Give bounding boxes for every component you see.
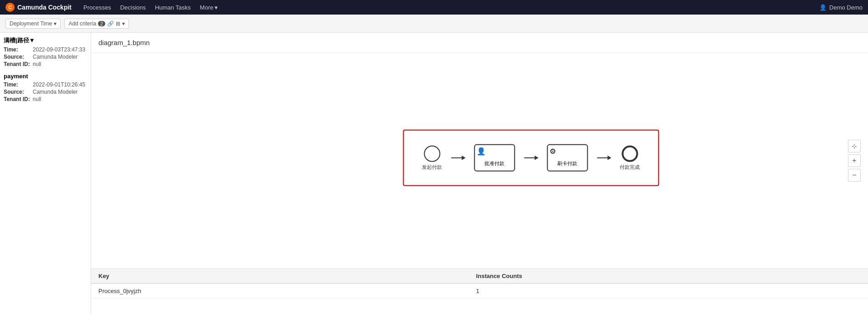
top-navigation: C Camunda Cockpit Processes Decisions Hu…: [0, 0, 868, 15]
chain-icon: 🔗: [107, 20, 114, 27]
sidebar-section-1-title: 满槽|路径▼: [4, 36, 87, 45]
tenant-label-2: Tenant ID:: [4, 96, 30, 102]
add-criteria-button[interactable]: Add criteria 2 🔗 ⊞ ▾: [64, 19, 129, 29]
nav-more-label: More: [200, 4, 214, 11]
toolbar: Deployment Time ▾ Add criteria 2 🔗 ⊞ ▾ ⬇…: [0, 15, 868, 33]
user-label: Demo Demo: [829, 4, 863, 11]
tenant-label-1: Tenant ID:: [4, 61, 30, 67]
deployment-label: Deployment Time: [10, 20, 52, 27]
sidebar-section-1: 满槽|路径▼ Time: 2022-09-03T23:47:33 Source:…: [4, 36, 87, 67]
bpmn-diagram: 发起付款 👤 批准付款: [403, 130, 659, 186]
diagram-canvas[interactable]: 发起付款 👤 批准付款: [91, 53, 868, 268]
sidebar-section-2-title: payment: [4, 73, 87, 80]
chevron-down-icon: ▾: [122, 20, 125, 27]
task-1-label: 批准付款: [484, 160, 504, 167]
source-value-2: Camunda Modeler: [33, 89, 87, 95]
diagram-header: diagram_1.bpmn Version: 1: [91, 33, 868, 53]
bpmn-task-2[interactable]: ⚙ 刷卡付款: [547, 144, 588, 172]
sidebar-meta-2: Time: 2022-09-01T10:26:45 Source: Camund…: [4, 81, 87, 102]
table-header: Key Instance Counts: [91, 269, 868, 284]
table-body: Process_0jvyjzh1: [91, 284, 868, 299]
chevron-down-icon: ▾: [54, 20, 56, 27]
data-table: Key Instance Counts Process_0jvyjzh1: [91, 269, 868, 299]
zoom-in-button[interactable]: +: [848, 154, 861, 167]
zoom-controls: ⊹ + −: [848, 140, 861, 182]
time-value-1: 2022-09-03T23:47:33: [33, 46, 87, 53]
bpmn-task-1[interactable]: 👤 批准付款: [474, 144, 515, 172]
sidebar-meta-1: Time: 2022-09-03T23:47:33 Source: Camund…: [4, 46, 87, 67]
col-key: Key: [91, 269, 469, 284]
add-criteria-label: Add criteria: [68, 20, 96, 27]
end-event-circle: [621, 145, 638, 162]
sequence-flow-1: [451, 157, 465, 158]
sidebar: 满槽|路径▼ Time: 2022-09-03T23:47:33 Source:…: [0, 33, 91, 314]
fit-icon: ⊹: [852, 142, 857, 150]
instance-table: Key Instance Counts Process_0jvyjzh1: [91, 268, 868, 314]
zoom-out-button[interactable]: −: [848, 169, 861, 182]
nav-human-tasks[interactable]: Human Tasks: [150, 0, 195, 15]
deployment-filter[interactable]: Deployment Time ▾: [5, 19, 61, 29]
task-2-icon: ⚙: [550, 147, 556, 156]
chevron-down-icon: ▾: [215, 4, 218, 11]
tenant-value-1: null: [33, 61, 87, 67]
cell-count: 1: [469, 284, 868, 299]
tenant-value-2: null: [33, 96, 87, 102]
brand-icon: C: [5, 3, 15, 12]
zoom-fit-button[interactable]: ⊹: [848, 140, 861, 152]
user-menu: 👤 Demo Demo: [819, 4, 863, 11]
bpmn-end-event[interactable]: 付款完成: [620, 145, 640, 170]
main-container: 满槽|路径▼ Time: 2022-09-03T23:47:33 Source:…: [0, 33, 868, 314]
task-2-label: 刷卡付款: [557, 160, 577, 167]
sequence-flow-2: [524, 157, 538, 158]
source-label-1: Source:: [4, 54, 30, 60]
user-icon: 👤: [819, 4, 827, 11]
source-value-1: Camunda Modeler: [33, 54, 87, 60]
nav-decisions[interactable]: Decisions: [116, 0, 150, 15]
save-filter-icon: ⊞: [116, 20, 120, 27]
time-label-2: Time:: [4, 81, 30, 88]
time-value-2: 2022-09-01T10:26:45: [33, 81, 87, 88]
brand-label: Camunda Cockpit: [17, 4, 72, 11]
bpmn-process-box: 发起付款 👤 批准付款: [403, 130, 659, 186]
main-panel: diagram_1.bpmn Version: 1 发起付款: [91, 33, 868, 314]
table-header-row: Key Instance Counts: [91, 269, 868, 284]
time-label-1: Time:: [4, 46, 30, 53]
filter-count-badge: 2: [98, 21, 105, 26]
bpmn-start-event[interactable]: 发起付款: [422, 145, 442, 170]
task-2-box: ⚙ 刷卡付款: [547, 144, 588, 172]
sequence-flow-3: [597, 157, 611, 158]
source-label-2: Source:: [4, 89, 30, 95]
sidebar-section-2: payment Time: 2022-09-01T10:26:45 Source…: [4, 73, 87, 102]
nav-more-dropdown[interactable]: More ▾: [195, 0, 223, 15]
table-row[interactable]: Process_0jvyjzh1: [91, 284, 868, 299]
minus-icon: −: [852, 171, 856, 179]
col-instance-counts: Instance Counts: [469, 269, 868, 284]
diagram-title: diagram_1.bpmn: [98, 39, 150, 46]
nav-links: Processes Decisions Human Tasks More ▾: [79, 0, 222, 15]
end-event-label: 付款完成: [620, 163, 640, 170]
plus-icon: +: [852, 157, 856, 165]
start-event-circle: [424, 145, 440, 162]
nav-processes[interactable]: Processes: [79, 0, 116, 15]
cell-key: Process_0jvyjzh: [91, 284, 469, 299]
task-1-box: 👤 批准付款: [474, 144, 515, 172]
start-event-label: 发起付款: [422, 163, 442, 170]
brand: C Camunda Cockpit: [5, 3, 72, 12]
task-1-icon: 👤: [477, 147, 486, 156]
